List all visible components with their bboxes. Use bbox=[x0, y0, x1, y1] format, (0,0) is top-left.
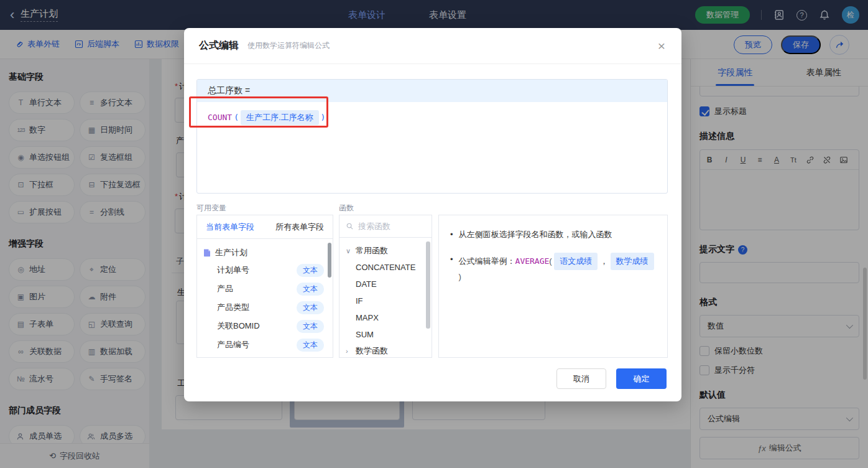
function-item[interactable]: MAPX bbox=[346, 309, 432, 326]
cancel-button[interactable]: 取消 bbox=[556, 368, 606, 389]
variable-field-row[interactable]: 关联BOMID文本 bbox=[203, 317, 326, 335]
variable-field-row[interactable]: 产品文本 bbox=[203, 279, 326, 298]
variables-tree: 生产计划 计划单号文本 产品文本 产品类型文本 关联BOMID文本 产品编号文本… bbox=[197, 239, 333, 358]
example-field-chip: 数学成绩 bbox=[611, 253, 654, 270]
variables-root-node[interactable]: 生产计划 bbox=[203, 245, 326, 261]
formula-editor[interactable]: 总工序数 = COUNT(生产工序.工序名称) bbox=[196, 79, 668, 194]
functions-label: 函数 bbox=[339, 203, 354, 213]
tab-current-form-fields[interactable]: 当前表单字段 bbox=[206, 222, 254, 233]
function-item[interactable]: CONCATENATE bbox=[346, 259, 432, 276]
tab-all-form-fields[interactable]: 所有表单字段 bbox=[275, 222, 324, 233]
functions-panel: ∨常用函数 CONCATENATE DATE IF MAPX SUM ›数学函数… bbox=[339, 215, 432, 358]
variables-tabs: 当前表单字段 所有表单字段 bbox=[197, 215, 333, 239]
variable-field-row[interactable]: 产品名称文本 bbox=[203, 354, 326, 358]
type-badge: 文本 bbox=[297, 339, 324, 352]
modal-title: 公式编辑 bbox=[199, 39, 239, 52]
function-item[interactable]: DATE bbox=[346, 276, 432, 292]
type-badge: 文本 bbox=[297, 283, 324, 296]
bullet: • bbox=[450, 253, 453, 284]
bullet: • bbox=[450, 228, 453, 241]
functions-scrollbar[interactable] bbox=[426, 241, 430, 329]
function-item[interactable]: SUM bbox=[346, 326, 432, 343]
variables-scrollbar[interactable] bbox=[328, 243, 331, 278]
help-line-1: • 从左侧面板选择字段名和函数，或输入函数 bbox=[450, 228, 656, 241]
variable-field-row[interactable]: 产品编号文本 bbox=[203, 335, 326, 354]
close-icon[interactable]: × bbox=[658, 39, 665, 52]
formula-target: 总工序数 = bbox=[197, 80, 667, 102]
formula-help-panel: • 从左侧面板选择字段名和函数，或输入函数 • 公式编辑举例：AVERAGE( … bbox=[438, 215, 668, 358]
function-group-common[interactable]: ∨常用函数 bbox=[346, 243, 432, 259]
variable-field-row[interactable]: 计划单号文本 bbox=[203, 261, 326, 279]
formula-edit-modal: 公式编辑 使用数学运算符编辑公式 × 总工序数 = COUNT(生产工序.工序名… bbox=[184, 28, 681, 401]
caret-down-icon: ∨ bbox=[346, 247, 352, 255]
modal-subtitle: 使用数学运算符编辑公式 bbox=[247, 40, 330, 51]
help-line-2: • 公式编辑举例：AVERAGE( 语文成绩 ， 数学成绩 ) bbox=[450, 253, 656, 284]
form-designer-app: ‹ 生产计划 表单设计 表单设置 数据管理 ? 检 表单外链 后端脚本 bbox=[0, 0, 868, 468]
function-group-math[interactable]: ›数学函数 bbox=[346, 343, 432, 358]
formula-field-chip[interactable]: 生产工序.工序名称 bbox=[241, 110, 319, 125]
type-badge: 文本 bbox=[297, 301, 324, 314]
function-search bbox=[339, 215, 432, 238]
formula-expression[interactable]: COUNT(生产工序.工序名称) bbox=[197, 102, 667, 133]
variables-panel: 当前表单字段 所有表单字段 生产计划 计划单号文本 产品文本 产品类型文本 关联… bbox=[196, 215, 333, 358]
variables-label: 可用变量 bbox=[196, 203, 226, 213]
confirm-button[interactable]: 确定 bbox=[616, 368, 667, 389]
example-field-chip: 语文成绩 bbox=[554, 253, 598, 270]
modal-footer: 取消 确定 bbox=[556, 368, 667, 389]
function-item[interactable]: IF bbox=[346, 292, 432, 309]
example-function-name: AVERAGE bbox=[515, 256, 550, 266]
variable-field-row[interactable]: 产品类型文本 bbox=[203, 298, 326, 317]
type-badge: 文本 bbox=[297, 357, 324, 358]
modal-header: 公式编辑 使用数学运算符编辑公式 bbox=[184, 28, 681, 64]
formula-function-name: COUNT bbox=[208, 113, 232, 122]
document-icon bbox=[203, 248, 211, 257]
type-badge: 文本 bbox=[297, 264, 324, 277]
type-badge: 文本 bbox=[297, 320, 324, 333]
functions-tree: ∨常用函数 CONCATENATE DATE IF MAPX SUM ›数学函数… bbox=[339, 238, 432, 358]
caret-right-icon: › bbox=[346, 347, 352, 355]
function-search-input[interactable] bbox=[358, 222, 414, 231]
search-icon bbox=[346, 222, 354, 230]
